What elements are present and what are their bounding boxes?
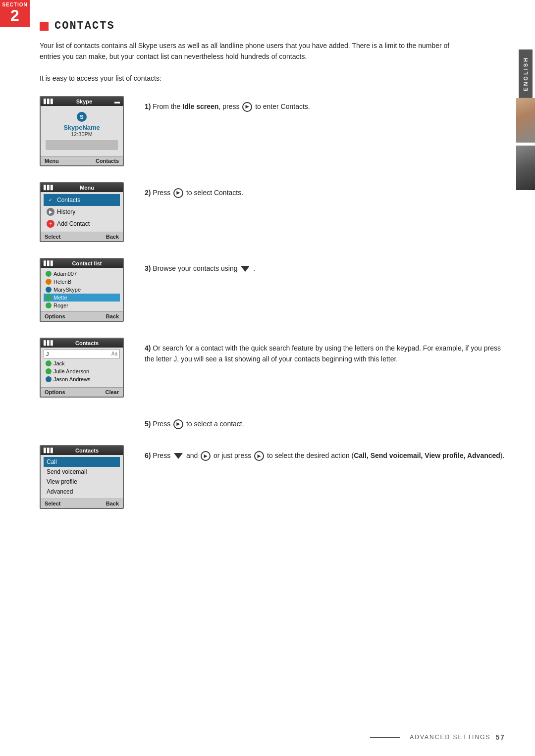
add-contact-icon: + <box>47 220 54 228</box>
screen2-footer: Select Back <box>41 232 123 241</box>
step-1-bold: Idle screen <box>182 102 218 110</box>
contact-maryskype-label: MarySkype <box>54 287 81 293</box>
screen2-footer-right: Back <box>106 234 119 240</box>
phone-screen-1: ▋▋▋ Skype ▬ S SkypeName 12:30PM Menu Con… <box>40 96 124 166</box>
step-3-screen: ▋▋▋ Contact list Adam007 HelenB <box>40 258 129 322</box>
step-3-row: ▋▋▋ Contact list Adam007 HelenB <box>40 258 505 322</box>
screen1-header-title: Skype <box>76 99 92 104</box>
step-1-number: 1) <box>145 102 151 110</box>
down-arrow-icon-6 <box>174 453 183 459</box>
step-6-actions: Call, Send voicemail, View profile, Adva… <box>354 452 500 459</box>
dot-mette <box>46 295 52 301</box>
step-4-row: ▋▋▋ Contacts J Aa Jack Julie And <box>40 338 505 398</box>
menu-history-label: History <box>57 208 75 215</box>
contact-mette-label: Mette <box>54 295 67 301</box>
title-square-icon <box>40 22 49 31</box>
screen1-body: S SkypeName 12:30PM <box>41 106 123 156</box>
phone-header-1: ▋▋▋ Skype ▬ <box>41 97 123 106</box>
contact-helenb: HelenB <box>44 278 120 286</box>
action-profile: View profile <box>44 477 120 487</box>
contact-helenb-label: HelenB <box>54 279 71 285</box>
dot-helenb <box>46 279 52 285</box>
skype-name: SkypeName <box>46 124 118 131</box>
intro-paragraph-1: Your list of contacts contains all Skype… <box>40 40 466 62</box>
search-box: J Aa <box>44 350 120 358</box>
phone-screen-6: ▋▋▋ Contacts Call Send voicemail View pr… <box>40 445 124 509</box>
idle-content: S SkypeName 12:30PM <box>44 108 120 154</box>
skype-icon: S <box>77 112 87 122</box>
step-2-text: 2) Press ► to select Contacts. <box>145 182 505 198</box>
dot-adam <box>46 271 52 277</box>
phone-screen-3: ▋▋▋ Contact list Adam007 HelenB <box>40 258 124 322</box>
screen6-footer-right: Back <box>106 501 119 506</box>
screen3-header-title: Contact list <box>72 260 102 266</box>
screen6-body: Call Send voicemail View profile Advance… <box>41 455 123 499</box>
contact-jason: Jason Andrews <box>44 375 120 383</box>
circle-right-icon-5: ► <box>173 419 183 429</box>
signal-icon-6: ▋▋▋ <box>44 448 54 453</box>
action-voicemail: Send voicemail <box>44 467 120 477</box>
screen6-footer-left: Select <box>45 501 60 506</box>
menu-contacts-label: Contacts <box>57 197 80 203</box>
phone-header-3: ▋▋▋ Contact list <box>41 259 123 268</box>
aa-label: Aa <box>111 351 117 357</box>
step-6-text: 6) Press and ► or just press ► to select… <box>145 445 505 461</box>
contact-adam: Adam007 <box>44 270 120 278</box>
contacts-icon: ✓ <box>47 196 54 204</box>
english-tab: ENGLISH <box>519 50 533 98</box>
signal-icon-4: ▋▋▋ <box>44 341 54 346</box>
screen1-footer-right: Contacts <box>96 158 119 164</box>
dot-julie <box>46 368 52 374</box>
contact-maryskype: MarySkype <box>44 286 120 294</box>
contact-roger-label: Roger <box>54 302 68 308</box>
step-2-screen: ▋▋▋ Menu ✓ Contacts ▶ History + Ad <box>40 182 129 242</box>
photo-block-1 <box>516 98 535 143</box>
screen4-footer-right: Clear <box>105 389 119 395</box>
down-arrow-icon-3 <box>241 266 250 272</box>
step-1-text: 1) From the Idle screen, press ► to ente… <box>145 96 505 112</box>
idle-bar <box>46 140 118 150</box>
step-5-number: 5) <box>145 420 151 428</box>
step-1-row: ▋▋▋ Skype ▬ S SkypeName 12:30PM Menu Con… <box>40 96 505 166</box>
circle-right-icon-1: ► <box>242 102 252 112</box>
intro-paragraph-2: It is easy to access your list of contac… <box>40 74 505 82</box>
search-value: J <box>46 351 49 357</box>
menu-item-history: ▶ History <box>44 206 120 218</box>
circle-right-icon-6b: ► <box>254 451 264 461</box>
phone-header-2: ▋▋▋ Menu <box>41 183 123 192</box>
action-call: Call <box>44 457 120 467</box>
screen3-footer-right: Back <box>106 313 119 319</box>
screen2-body: ✓ Contacts ▶ History + Add Contact <box>41 192 123 232</box>
screen2-footer-left: Select <box>45 234 60 240</box>
step-5-row: 5) Press ► to select a contact. <box>40 413 505 429</box>
contact-julie: Julie Anderson <box>44 367 120 375</box>
dot-jason <box>46 376 52 382</box>
step-2-row: ▋▋▋ Menu ✓ Contacts ▶ History + Ad <box>40 182 505 242</box>
screen6-header-title: Contacts <box>75 448 99 454</box>
screen1-footer-left: Menu <box>45 158 59 164</box>
contact-mette: Mette <box>44 294 120 302</box>
step-6-screen: ▋▋▋ Contacts Call Send voicemail View pr… <box>40 445 129 509</box>
contact-jason-label: Jason Andrews <box>54 376 91 382</box>
menu-add-label: Add Contact <box>57 220 90 227</box>
step-4-number: 4) <box>145 344 151 352</box>
menu-item-add: + Add Contact <box>44 218 120 230</box>
history-icon: ▶ <box>47 208 54 216</box>
screen4-footer: Options Clear <box>41 387 123 397</box>
step-1-screen: ▋▋▋ Skype ▬ S SkypeName 12:30PM Menu Con… <box>40 96 129 166</box>
dot-roger <box>46 302 52 308</box>
phone-screen-4: ▋▋▋ Contacts J Aa Jack Julie And <box>40 338 124 398</box>
phone-screen-2: ▋▋▋ Menu ✓ Contacts ▶ History + Ad <box>40 182 124 242</box>
contact-adam-label: Adam007 <box>54 271 77 277</box>
footer-label: ADVANCED SETTINGS <box>410 734 490 741</box>
page-number: 57 <box>495 733 505 741</box>
step-6-number: 6) <box>145 452 151 459</box>
skype-time: 12:30PM <box>46 131 118 137</box>
signal-icon: ▋▋▋ <box>44 99 54 104</box>
signal-icon-2: ▋▋▋ <box>44 185 54 190</box>
page-title: CONTACTS <box>54 20 115 32</box>
screen3-footer-left: Options <box>45 313 65 319</box>
screen1-footer: Menu Contacts <box>41 156 123 165</box>
phone-header-4: ▋▋▋ Contacts <box>41 339 123 348</box>
screen3-body: Adam007 HelenB MarySkype Mette <box>41 268 123 311</box>
